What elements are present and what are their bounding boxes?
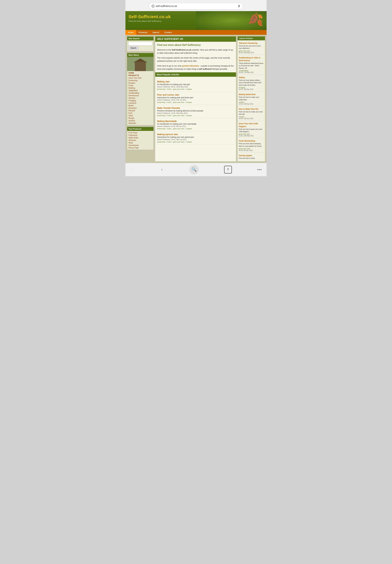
more-button[interactable]: ••• (257, 168, 262, 172)
menu-link-foraging[interactable]: Foraging (128, 99, 152, 102)
article-4-tag-fruits[interactable]: fruits (167, 128, 171, 130)
menu-link-preserving[interactable]: Preserving (128, 79, 152, 82)
article-2-title[interactable]: Pear and Lemon Jam (157, 94, 179, 96)
latest-article-1-tag[interactable]: grow your own (239, 50, 264, 52)
article-5-tag-grow[interactable]: grow your own (173, 141, 184, 143)
menu-link-recycle[interactable]: Recycle (128, 109, 152, 112)
menu-link-websites[interactable]: Websites (128, 122, 152, 125)
latest-article-7-tag[interactable]: grow your own (239, 148, 264, 150)
article-3-tag-preserving[interactable]: preserving (157, 114, 165, 116)
nav-contact[interactable]: Contact (162, 30, 174, 35)
article-4-title[interactable]: Making Marmalade (157, 120, 177, 122)
latest-article-3-title[interactable]: Nettles (239, 76, 245, 79)
site-header: 🍂 Self-Sufficient.co.uk Find out more ab… (125, 11, 267, 30)
article-3-tags: preserving | fruits | grow your own | re… (157, 114, 234, 116)
article-2-tag-recipes[interactable]: recipes (186, 101, 192, 103)
latest-article-6-tag[interactable]: grow your own (239, 133, 264, 135)
latest-article-2-title[interactable]: Smallholding for Sale in North Devon (239, 57, 260, 62)
info-icon[interactable]: i (152, 5, 154, 8)
menu-link-home[interactable]: HOME (128, 72, 152, 74)
article-1-tag-recipes[interactable]: recipes (186, 88, 192, 90)
article-1-tag-grow[interactable]: grow your own (173, 88, 184, 90)
article-2-tag-fruits[interactable]: fruits (167, 101, 171, 103)
share-button[interactable]: ⬆ (238, 4, 240, 8)
search-input[interactable] (128, 42, 152, 45)
article-5-tag-fruits[interactable]: fruits (167, 141, 171, 143)
article-3-tag-grow[interactable]: grow your own (173, 114, 184, 116)
article-4-tag-preserving[interactable]: preserving (157, 128, 165, 130)
nav-home[interactable]: Home (125, 30, 136, 35)
tabs-button[interactable]: 7 (224, 166, 232, 174)
article-3-tag-fruits[interactable]: fruits (167, 114, 171, 116)
product-greenhouse[interactable]: Greenhouse (128, 144, 152, 147)
menu-link-building[interactable]: Building (128, 87, 152, 89)
forward-button[interactable]: › (160, 167, 164, 172)
main-menu-box: Main Menu HOME PRODUCTS Grow Your Own Pr… (127, 53, 154, 125)
latest-article-8-title[interactable]: Storing Apples (239, 155, 252, 157)
menu-link-livestock[interactable]: Livestock (128, 102, 152, 104)
latest-article-2-date: 20:48, 17th Mar 2013 (239, 71, 264, 73)
search-button[interactable]: Search (128, 46, 138, 50)
latest-article-5-title[interactable]: How to Make Sloe Gin (239, 108, 258, 110)
product-paragraph: Click here to go to our new product dire… (157, 64, 234, 70)
article-3-tag-recipes[interactable]: recipes (186, 114, 192, 116)
menu-link-recipes[interactable]: Recipes (128, 82, 152, 84)
latest-article-4-tag[interactable]: recipes (239, 101, 264, 103)
latest-article-3-tag[interactable]: foraging (239, 87, 264, 88)
menu-link-grow[interactable]: Grow Your Own (128, 77, 152, 79)
article-5-desc: Instructions for making your own apricot… (157, 136, 234, 138)
most-popular-header: Most Popular Articles (155, 72, 236, 77)
latest-article-4-title[interactable]: Making Nettle Beer (239, 93, 256, 96)
latest-article-7: Home Beekeeping Find out more about keep… (238, 138, 265, 153)
menu-link-education[interactable]: Education (128, 107, 152, 109)
article-1-title[interactable]: Making Jam (157, 80, 170, 83)
article-1-tags: preserving | fruits | grow your own | re… (157, 88, 234, 90)
product-fruit-trees[interactable]: Fruit Trees (128, 131, 152, 134)
latest-article-7-title[interactable]: Home Beekeeping (239, 140, 255, 142)
product-polytunnel[interactable]: Polytunnel (128, 134, 152, 137)
nav-products[interactable]: Products (136, 30, 150, 35)
top-products-links: Fruit Trees Polytunnel Water Butts Strim… (127, 131, 153, 150)
menu-link-greenhouse[interactable]: Greenhouse (128, 94, 152, 97)
article-5-title[interactable]: Making Apricot Jam (157, 133, 178, 136)
article-3-date: Article Published: 12:00, 25th May 2010 (157, 112, 234, 114)
menu-link-fruits[interactable]: Fruits (128, 84, 152, 87)
product-porous-pipe[interactable]: Porous Pipe (128, 147, 152, 149)
nav-search[interactable]: Search (150, 30, 162, 35)
menu-link-hunting[interactable]: Hunting (128, 119, 152, 122)
address-bar: i self-sufficient.co.uk ⬆ (149, 3, 243, 9)
menu-link-general[interactable]: General (128, 97, 152, 99)
url-area: i self-sufficient.co.uk (152, 5, 177, 8)
article-4-tag-recipes[interactable]: recipes (186, 128, 192, 130)
back-button[interactable]: ‹ (130, 167, 134, 172)
menu-link-smallholding[interactable]: Smallholding (128, 92, 152, 94)
article-1-tag-fruits[interactable]: fruits (167, 88, 171, 90)
product-water-butts[interactable]: Water Butts (128, 137, 152, 139)
search-button-bottom[interactable]: 🔍 (189, 165, 199, 174)
article-2-tag-preserving[interactable]: preserving (157, 101, 165, 103)
website: 🍂 Self-Sufficient.co.uk Find out more ab… (125, 11, 267, 163)
article-1-tag-preserving[interactable]: preserving (157, 88, 165, 90)
product-directory-link[interactable]: product directory (182, 65, 199, 67)
article-2-tag-grow[interactable]: grow your own (173, 101, 184, 103)
latest-article-5-desc: Find out how to make your own sloe gin (239, 111, 264, 115)
latest-article-5-tag[interactable]: recipes (239, 116, 264, 118)
article-5-tag-recipes[interactable]: recipes (186, 141, 192, 143)
latest-article-2-tag[interactable]: smallholding (239, 70, 264, 71)
article-4-tag-grow[interactable]: grow your own (173, 128, 184, 130)
menu-link-shed[interactable]: Shed (128, 114, 152, 117)
menu-link-products[interactable]: PRODUCTS (128, 74, 152, 77)
menu-link-fruit[interactable]: Fruit (128, 112, 152, 114)
menu-link-vegetables[interactable]: Vegetables (128, 89, 152, 92)
menu-link-recipe[interactable]: Recipe (128, 117, 152, 119)
menu-link-books[interactable]: Books (128, 104, 152, 107)
product-strimmer[interactable]: Strimmer (128, 139, 152, 141)
product-shed[interactable]: Shed (128, 141, 152, 144)
latest-article-1-title[interactable]: Allotment Gardening (239, 42, 257, 44)
article-5-tag-preserving[interactable]: preserving (157, 141, 165, 143)
article-1-date: Article Published: 08:33, 22nd May 2010 (157, 86, 234, 88)
article-3-title[interactable]: Make Tomato Passata (157, 107, 180, 109)
latest-article-1: Allotment Gardening Grow all you can eat… (238, 40, 265, 55)
latest-article-6-title[interactable]: Grow Your Own Chilli Peppers (239, 123, 258, 127)
site-search-box: Site Search Search (127, 36, 154, 51)
